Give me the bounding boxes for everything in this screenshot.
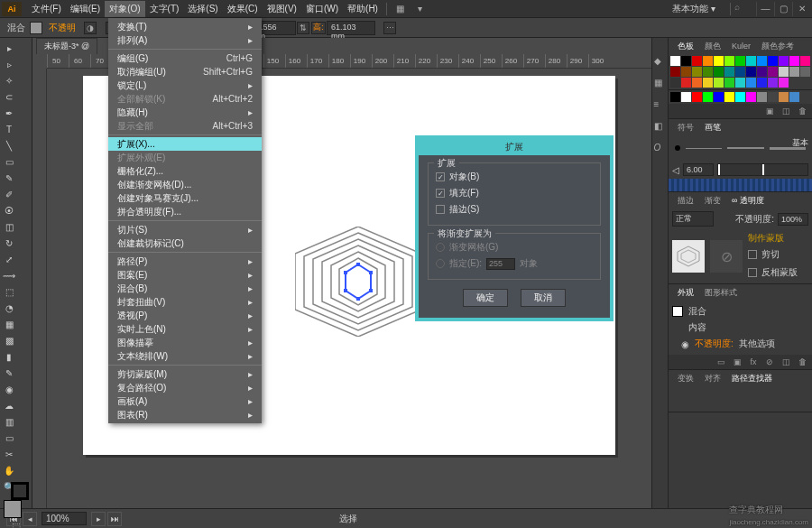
swatch[interactable]	[681, 56, 691, 66]
type-tool[interactable]: T	[2, 122, 16, 136]
shape-builder-tool[interactable]: ◔	[2, 301, 16, 315]
menu-item[interactable]: 栅格化(Z)...	[108, 164, 262, 178]
menu-item[interactable]: 创建渐变网格(D)...	[108, 178, 262, 191]
search-icon[interactable]: ⌕	[734, 2, 751, 16]
menu-item[interactable]: 创建裁切标记(C)	[108, 236, 262, 250]
swatch[interactable]	[724, 92, 734, 102]
swatch[interactable]	[779, 78, 789, 88]
swatch[interactable]	[768, 56, 778, 66]
panel-tab[interactable]: Kuler	[726, 40, 756, 52]
swatch[interactable]	[692, 67, 702, 77]
swatch[interactable]	[735, 67, 745, 77]
zoom-field[interactable]: 100%	[42, 512, 87, 525]
swatch[interactable]	[703, 78, 713, 88]
menu-文件[interactable]: 文件(F)	[27, 1, 66, 17]
direct-select-tool[interactable]: ▹	[2, 57, 16, 71]
swatch[interactable]	[692, 78, 702, 88]
clip-checkbox[interactable]	[748, 250, 757, 259]
new-swatch-icon[interactable]: ◫	[780, 106, 792, 116]
menu-item[interactable]: 画板(A)▸	[108, 394, 262, 408]
menu-item[interactable]: 扩展(X)...	[108, 137, 262, 151]
menu-item[interactable]: 隐藏(H)▸	[108, 106, 262, 119]
rotate-tool[interactable]: ↻	[2, 236, 16, 250]
artboard-tool[interactable]: ▭	[2, 431, 16, 445]
swatch[interactable]	[789, 56, 799, 66]
brush-tool[interactable]: ✎	[2, 171, 16, 185]
swatch[interactable]	[724, 56, 734, 66]
layout-icon[interactable]: ▦	[392, 2, 409, 16]
swatch[interactable]	[714, 56, 724, 66]
menu-item[interactable]: 锁定(L)▸	[108, 79, 262, 92]
swatch[interactable]	[681, 67, 691, 77]
delete-icon[interactable]: 🗑	[796, 357, 808, 367]
swatches-panel-icon[interactable]: ▦	[654, 78, 667, 90]
swatch[interactable]	[670, 78, 680, 88]
menu-item[interactable]: 复合路径(O)▸	[108, 381, 262, 394]
swatch[interactable]	[779, 56, 789, 66]
selection-tool[interactable]: ▸	[2, 41, 16, 55]
perspective-tool[interactable]: ▦	[2, 317, 16, 331]
swatch[interactable]	[670, 92, 680, 102]
panel-tab[interactable]: 外观	[672, 285, 699, 301]
duplicate-icon[interactable]: ◫	[780, 357, 792, 367]
swatch[interactable]	[681, 92, 691, 102]
prev-artboard-icon[interactable]: ◂	[23, 512, 37, 526]
swatch[interactable]	[768, 67, 778, 77]
swatch[interactable]	[681, 78, 691, 88]
swatch[interactable]	[714, 67, 724, 77]
width-tool[interactable]: ⟿	[2, 268, 16, 283]
menu-item[interactable]: 图案(E)▸	[108, 268, 262, 282]
swatch[interactable]	[779, 67, 789, 77]
menu-帮助[interactable]: 帮助(H)	[343, 1, 383, 17]
swatch[interactable]	[670, 67, 680, 77]
stroke-checkbox[interactable]	[436, 205, 445, 214]
type-panel-icon[interactable]: O	[654, 143, 667, 155]
swatch[interactable]	[800, 56, 810, 66]
menu-item[interactable]: 透视(P)▸	[108, 309, 262, 322]
stroke-panel-icon[interactable]: ≡	[654, 99, 667, 112]
menu-视图[interactable]: 视图(V)	[263, 1, 301, 17]
panel-tab[interactable]: 描边	[672, 193, 699, 208]
opacity-link[interactable]: 不透明	[49, 22, 76, 34]
panel-tab[interactable]: 变换	[672, 371, 699, 386]
swatch[interactable]	[735, 78, 745, 88]
clear-icon[interactable]: ⊘	[763, 357, 776, 367]
mask-thumbnail[interactable]: ⊘	[710, 240, 743, 273]
mesh-tool[interactable]: ▩	[2, 333, 16, 347]
fill-swatch[interactable]	[4, 500, 22, 518]
menu-效果[interactable]: 效果(C)	[223, 1, 263, 17]
menu-item[interactable]: 变换(T)▸	[108, 20, 262, 33]
panel-tab[interactable]: 颜色参考	[756, 39, 799, 54]
invert-checkbox[interactable]	[748, 268, 757, 277]
swatch[interactable]	[789, 92, 799, 102]
delete-swatch-icon[interactable]: 🗑	[796, 106, 808, 116]
add-effect-icon[interactable]: fx	[747, 357, 760, 367]
close-button[interactable]: ✕	[792, 2, 810, 16]
swatch[interactable]	[724, 78, 734, 88]
menu-item[interactable]: 剪切蒙版(M)▸	[108, 367, 262, 381]
panel-tab[interactable]: 图形样式	[699, 285, 743, 301]
stroke-swatch[interactable]	[11, 482, 29, 500]
brush-preset-thin[interactable]	[686, 148, 722, 149]
swatch[interactable]	[724, 67, 734, 77]
blend-mode-select[interactable]: 正常	[672, 211, 714, 227]
blend-tool[interactable]: ◉	[2, 382, 16, 396]
gradient-tool[interactable]: ▮	[2, 349, 16, 364]
recolor-icon[interactable]: ◑	[84, 22, 97, 34]
menu-文字[interactable]: 文字(T)	[145, 1, 184, 17]
menu-对象[interactable]: 对象(O)	[105, 1, 144, 17]
line-tool[interactable]: ╲	[2, 138, 16, 153]
brush-preset-dot[interactable]	[675, 145, 680, 151]
swatch[interactable]	[692, 92, 702, 102]
swatch[interactable]	[670, 56, 680, 66]
menu-item[interactable]: 实时上色(N)▸	[108, 322, 262, 336]
document-tab[interactable]: 未标题-3* @	[36, 38, 97, 54]
hexagon-blend-object[interactable]	[295, 227, 421, 337]
graph-tool[interactable]: ▥	[2, 414, 16, 429]
swatch[interactable]	[757, 78, 767, 88]
swatch[interactable]	[768, 92, 778, 102]
panel-tab[interactable]: 对齐	[699, 371, 726, 386]
panel-tab[interactable]: 符号	[672, 120, 699, 135]
menu-item[interactable]: 封套扭曲(V)▸	[108, 295, 262, 309]
pen-tool[interactable]: ✒	[2, 106, 16, 120]
